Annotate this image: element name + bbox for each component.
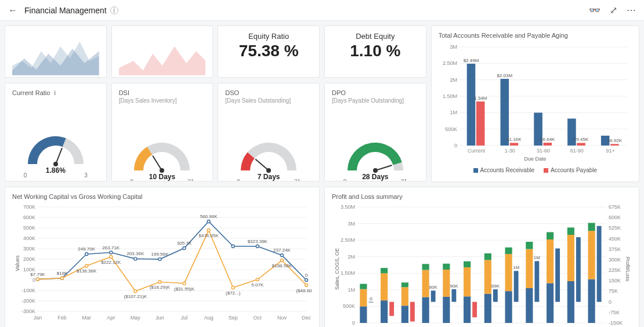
card-current-ratio[interactable]: Current Ratio i 1.86% 03 xyxy=(5,83,107,181)
svg-rect-190 xyxy=(493,289,498,302)
svg-rect-182 xyxy=(464,296,471,323)
info-icon[interactable]: i xyxy=(110,6,118,14)
svg-text:199.56K: 199.56K xyxy=(151,252,169,257)
card-profit-loss[interactable]: Profit and Loss summary 0500K1M1.50M2M2.… xyxy=(324,187,639,327)
svg-text:81.16K: 81.16K xyxy=(506,137,522,142)
svg-text:203.36K: 203.36K xyxy=(126,251,144,256)
svg-rect-165 xyxy=(401,306,408,323)
svg-text:80K: 80K xyxy=(429,285,438,290)
sparkline-ar xyxy=(12,32,99,75)
svg-text:1.50M: 1.50M xyxy=(443,93,457,99)
svg-rect-218 xyxy=(597,226,602,302)
svg-rect-189 xyxy=(484,253,491,260)
svg-rect-196 xyxy=(514,271,519,301)
kpi-equity-ratio[interactable]: Equity Ratio 75.38 % xyxy=(218,26,320,78)
svg-text:300K: 300K xyxy=(23,246,35,252)
expand-icon[interactable]: ⤢ xyxy=(610,5,617,16)
svg-rect-177 xyxy=(443,270,450,297)
svg-text:90K: 90K xyxy=(450,284,458,289)
svg-rect-26 xyxy=(543,143,552,146)
svg-rect-160 xyxy=(381,300,388,323)
svg-rect-183 xyxy=(464,267,471,296)
svg-rect-210 xyxy=(567,281,574,323)
svg-line-41 xyxy=(255,159,269,170)
svg-text:$222.12K: $222.12K xyxy=(101,260,121,265)
svg-text:$136.36K: $136.36K xyxy=(77,268,97,274)
svg-point-112 xyxy=(280,259,283,262)
svg-point-86 xyxy=(207,220,210,223)
svg-point-38 xyxy=(53,162,58,166)
svg-text:Jan: Jan xyxy=(34,315,42,321)
glasses-icon[interactable]: 👓 xyxy=(589,5,600,16)
svg-point-82 xyxy=(110,251,113,254)
svg-text:75K: 75K xyxy=(609,288,618,294)
legend-ar: Accounts Receivable xyxy=(473,167,534,173)
svg-rect-212 xyxy=(567,227,574,235)
svg-rect-15 xyxy=(466,64,475,146)
svg-text:5.07K: 5.07K xyxy=(251,282,264,288)
svg-point-102 xyxy=(37,278,39,281)
svg-rect-156 xyxy=(360,284,367,289)
svg-text:1M: 1M xyxy=(534,255,540,260)
kpi-debt-equity[interactable]: Debt Equity 1.10 % xyxy=(324,26,426,78)
kpi-eq-label: Equity Ratio xyxy=(225,32,312,41)
kpi-accounts-receivable[interactable]: Total Accounts Receivable $6,621,280 xyxy=(5,26,107,78)
profit-loss-chart: 0500K1M1.50M2M2.50M3M3.50M-150K-75K075K1… xyxy=(332,202,632,327)
more-icon[interactable]: ⋯ xyxy=(627,5,636,16)
svg-text:($18.29)K: ($18.29)K xyxy=(150,285,171,290)
card-aging[interactable]: Total Accounts Receivable and Payable Ag… xyxy=(431,26,639,182)
svg-text:($72...): ($72...) xyxy=(226,290,241,296)
svg-text:$476.05K: $476.05K xyxy=(199,233,219,238)
svg-point-81 xyxy=(85,253,88,256)
svg-line-43 xyxy=(375,165,392,170)
svg-rect-171 xyxy=(422,270,429,297)
svg-rect-168 xyxy=(410,302,415,322)
svg-rect-172 xyxy=(422,264,429,270)
svg-rect-157 xyxy=(368,302,373,303)
svg-text:Aug: Aug xyxy=(204,315,214,321)
svg-rect-161 xyxy=(381,273,388,300)
svg-text:525K: 525K xyxy=(609,225,621,231)
card-dso[interactable]: DSO [Days Sales Outstanding] 7 Days 031 xyxy=(218,83,320,181)
svg-rect-206 xyxy=(547,239,553,283)
svg-text:3M: 3M xyxy=(348,221,355,227)
svg-text:Values: Values xyxy=(15,255,20,271)
svg-text:560.98K: 560.98K xyxy=(200,214,218,219)
svg-text:($31.55)K: ($31.55)K xyxy=(174,286,195,292)
svg-rect-211 xyxy=(567,235,574,281)
svg-text:0: 0 xyxy=(609,299,612,305)
svg-text:2.50M: 2.50M xyxy=(443,60,457,66)
info-icon[interactable]: i xyxy=(54,89,55,96)
aging-title: Total Accounts Receivable and Payable Ag… xyxy=(439,32,632,39)
kpi-ar-label: Total Accounts Receivable xyxy=(12,77,99,78)
svg-rect-185 xyxy=(472,302,477,318)
svg-text:1-30: 1-30 xyxy=(504,148,515,154)
card-dpo[interactable]: DPO [Days Payable Outstanding] 28 Days 0… xyxy=(324,83,426,181)
card-dsi[interactable]: DSI [Days Sales Inventory] 10 Days 031 xyxy=(111,83,214,181)
svg-point-87 xyxy=(231,245,234,248)
back-icon[interactable]: ← xyxy=(8,5,17,16)
svg-text:300K: 300K xyxy=(609,257,621,263)
svg-point-108 xyxy=(183,282,186,285)
svg-text:600K: 600K xyxy=(23,215,35,220)
svg-text:86.64K: 86.64K xyxy=(540,137,555,142)
card-working-capital[interactable]: Net Working Capital vs Gross Working Cap… xyxy=(5,187,320,327)
svg-text:Dec: Dec xyxy=(302,315,312,321)
svg-text:-200K: -200K xyxy=(21,298,35,304)
svg-point-103 xyxy=(61,277,64,279)
svg-text:600K: 600K xyxy=(609,215,621,220)
kpi-accounts-payable[interactable]: Total Accounts Payable $1,630,270 xyxy=(111,26,214,78)
svg-rect-167 xyxy=(401,282,408,287)
svg-text:Sep: Sep xyxy=(229,315,238,321)
svg-rect-217 xyxy=(588,223,595,231)
svg-rect-195 xyxy=(505,248,512,254)
svg-rect-213 xyxy=(576,237,581,302)
svg-text:-100K: -100K xyxy=(21,288,35,293)
svg-text:46.92K: 46.92K xyxy=(607,138,622,143)
svg-rect-199 xyxy=(526,288,533,323)
svg-text:0: 0 xyxy=(454,143,457,148)
svg-text:2M: 2M xyxy=(450,77,457,83)
svg-point-111 xyxy=(256,278,259,281)
svg-text:91+: 91+ xyxy=(606,148,614,154)
svg-rect-205 xyxy=(547,283,553,323)
